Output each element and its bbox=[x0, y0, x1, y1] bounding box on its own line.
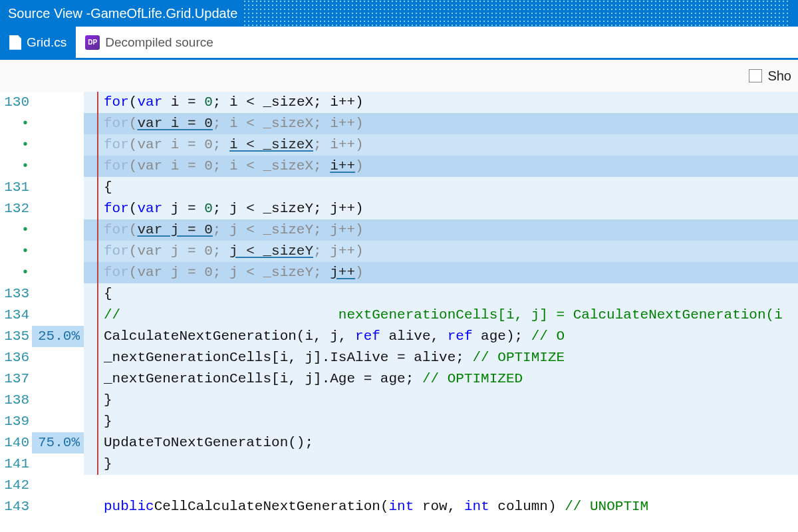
line-number: 139 bbox=[0, 411, 32, 432]
line-number: 140 bbox=[0, 432, 32, 454]
source-view[interactable]: 130 for (var i = 0; i < _sizeX; i++)• fo… bbox=[0, 92, 798, 517]
code-text[interactable]: UpdateToNextGeneration(); bbox=[104, 432, 798, 454]
change-bar bbox=[84, 262, 104, 283]
code-text[interactable]: for (var j = 0; j < _sizeY; j++) bbox=[104, 219, 798, 241]
tab-decompiled-source[interactable]: DP Decompiled source bbox=[76, 27, 223, 58]
code-text[interactable]: } bbox=[104, 411, 798, 432]
percent-gutter bbox=[32, 411, 84, 432]
change-bar bbox=[84, 475, 104, 496]
code-text[interactable]: public Cell CalculateNextGeneration(int … bbox=[104, 496, 798, 517]
code-text[interactable]: for (var i = 0; i < _sizeX; i++) bbox=[104, 134, 798, 156]
code-text[interactable]: { bbox=[104, 283, 798, 305]
code-row[interactable]: 137 _nextGenerationCells[i, j].Age = age… bbox=[0, 368, 798, 390]
code-text[interactable]: CalculateNextGeneration(i, j, ref alive,… bbox=[104, 326, 798, 347]
code-row[interactable]: • for (var i = 0; i < _sizeX; i++) bbox=[0, 156, 798, 177]
code-row[interactable]: • for (var i = 0; i < _sizeX; i++) bbox=[0, 134, 798, 156]
percent-gutter bbox=[32, 156, 84, 177]
code-text[interactable]: _nextGenerationCells[i, j].Age = age; //… bbox=[104, 368, 798, 390]
title-prefix: Source View - bbox=[8, 6, 90, 21]
tab-strip: Grid.cs DP Decompiled source bbox=[0, 27, 798, 60]
code-text[interactable]: } bbox=[104, 454, 798, 475]
code-row[interactable]: 14075.0% UpdateToNextGeneration(); bbox=[0, 432, 798, 454]
title-path: GameOfLife.Grid.Update bbox=[90, 6, 237, 21]
percent-gutter bbox=[32, 113, 84, 134]
code-row[interactable]: 131 { bbox=[0, 177, 798, 198]
percent-gutter bbox=[32, 347, 84, 368]
percent-gutter bbox=[32, 368, 84, 390]
change-bar bbox=[84, 219, 104, 241]
code-row[interactable]: 13525.0% CalculateNextGeneration(i, j, r… bbox=[0, 326, 798, 347]
percent-gutter bbox=[32, 496, 84, 517]
percent-gutter bbox=[32, 177, 84, 198]
code-row[interactable]: • for (var j = 0; j < _sizeY; j++) bbox=[0, 219, 798, 241]
line-number: 143 bbox=[0, 496, 32, 517]
tab-label: Grid.cs bbox=[27, 35, 66, 50]
code-text[interactable]: } bbox=[104, 390, 798, 411]
code-text[interactable]: for (var j = 0; j < _sizeY; j++) bbox=[104, 198, 798, 219]
change-bar bbox=[84, 241, 104, 262]
tab-grid-cs[interactable]: Grid.cs bbox=[0, 27, 76, 58]
change-bar bbox=[84, 156, 104, 177]
line-number: 136 bbox=[0, 347, 32, 368]
code-row[interactable]: 130 for (var i = 0; i < _sizeX; i++) bbox=[0, 92, 798, 113]
percent-gutter bbox=[32, 283, 84, 305]
code-row[interactable]: 142 bbox=[0, 475, 798, 496]
line-number: • bbox=[0, 113, 32, 134]
line-number: 131 bbox=[0, 177, 32, 198]
code-text[interactable]: for (var i = 0; i < _sizeX; i++) bbox=[104, 92, 798, 113]
change-bar bbox=[84, 390, 104, 411]
code-text[interactable] bbox=[104, 475, 798, 496]
tab-label: Decompiled source bbox=[105, 35, 213, 50]
code-row[interactable]: 139 } bbox=[0, 411, 798, 432]
percent-gutter: 25.0% bbox=[32, 326, 84, 347]
change-bar bbox=[84, 134, 104, 156]
percent-gutter bbox=[32, 305, 84, 326]
line-number: 138 bbox=[0, 390, 32, 411]
change-bar bbox=[84, 432, 104, 454]
line-number: 135 bbox=[0, 326, 32, 347]
code-text[interactable]: for (var j = 0; j < _sizeY; j++) bbox=[104, 241, 798, 262]
change-bar bbox=[84, 411, 104, 432]
percent-gutter bbox=[32, 219, 84, 241]
line-number: 132 bbox=[0, 198, 32, 219]
change-bar bbox=[84, 454, 104, 475]
line-number: 137 bbox=[0, 368, 32, 390]
change-bar bbox=[84, 496, 104, 517]
code-text[interactable]: // nextGenerationCells[i, j] = Calculate… bbox=[104, 305, 798, 326]
code-text[interactable]: for (var i = 0; i < _sizeX; i++) bbox=[104, 113, 798, 134]
code-text[interactable]: for (var j = 0; j < _sizeY; j++) bbox=[104, 262, 798, 283]
title-grip[interactable] bbox=[243, 0, 790, 27]
change-bar bbox=[84, 198, 104, 219]
line-number: 130 bbox=[0, 92, 32, 113]
percent-gutter bbox=[32, 241, 84, 262]
percent-gutter bbox=[32, 134, 84, 156]
code-text[interactable]: for (var i = 0; i < _sizeX; i++) bbox=[104, 156, 798, 177]
show-checkbox-label: Sho bbox=[767, 68, 791, 84]
title-bar: Source View - GameOfLife.Grid.Update bbox=[0, 0, 798, 27]
percent-gutter bbox=[32, 475, 84, 496]
code-text[interactable]: _nextGenerationCells[i, j].IsAlive = ali… bbox=[104, 347, 798, 368]
code-row[interactable]: 143 public Cell CalculateNextGeneration(… bbox=[0, 496, 798, 517]
code-row[interactable]: 134// nextGenerationCells[i, j] = Calcul… bbox=[0, 305, 798, 326]
code-row[interactable]: • for (var j = 0; j < _sizeY; j++) bbox=[0, 241, 798, 262]
percent-gutter bbox=[32, 454, 84, 475]
code-row[interactable]: • for (var i = 0; i < _sizeX; i++) bbox=[0, 113, 798, 134]
code-text[interactable]: { bbox=[104, 177, 798, 198]
line-number: 142 bbox=[0, 475, 32, 496]
line-number: 133 bbox=[0, 283, 32, 305]
code-row[interactable]: 141 } bbox=[0, 454, 798, 475]
show-checkbox[interactable] bbox=[749, 69, 762, 82]
toolbar: Sho bbox=[0, 60, 798, 92]
change-bar bbox=[84, 326, 104, 347]
line-number: • bbox=[0, 156, 32, 177]
code-row[interactable]: • for (var j = 0; j < _sizeY; j++) bbox=[0, 262, 798, 283]
code-row[interactable]: 133 { bbox=[0, 283, 798, 305]
code-row[interactable]: 136 _nextGenerationCells[i, j].IsAlive =… bbox=[0, 347, 798, 368]
code-row[interactable]: 138 } bbox=[0, 390, 798, 411]
line-number: • bbox=[0, 241, 32, 262]
change-bar bbox=[84, 305, 104, 326]
change-bar bbox=[84, 113, 104, 134]
code-row[interactable]: 132 for (var j = 0; j < _sizeY; j++) bbox=[0, 198, 798, 219]
percent-gutter bbox=[32, 198, 84, 219]
file-icon bbox=[9, 35, 21, 50]
